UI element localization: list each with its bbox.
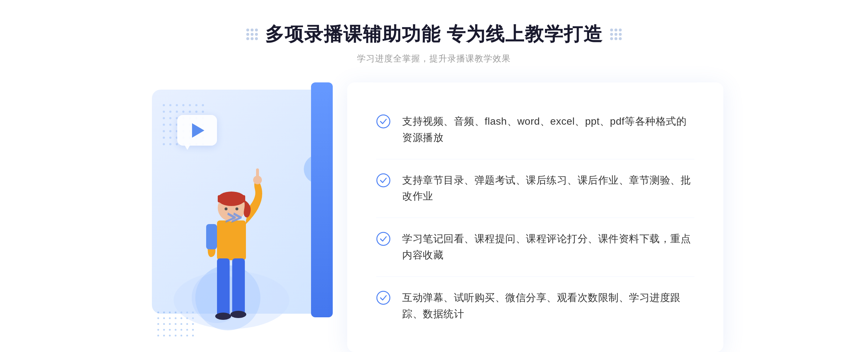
speech-bubble [177,115,217,146]
feature-item-3: 学习笔记回看、课程提问、课程评论打分、课件资料下载，重点内容收藏 [376,218,694,277]
person-illustration [170,148,293,352]
feature-text-3: 学习笔记回看、课程提问、课程评论打分、课件资料下载，重点内容收藏 [402,231,694,263]
feature-text-2: 支持章节目录、弹题考试、课后练习、课后作业、章节测验、批改作业 [402,172,694,205]
blue-bar-decoration [311,82,333,317]
feature-item-1: 支持视频、音频、flash、word、excel、ppt、pdf等各种格式的资源… [376,100,694,159]
feature-item-2: 支持章节目录、弹题考试、课后练习、课后作业、章节测验、批改作业 [376,159,694,218]
check-icon-4 [376,291,391,305]
check-icon-3 [376,232,391,246]
check-icon-2 [376,173,391,188]
feature-item-4: 互动弹幕、试听购买、微信分享、观看次数限制、学习进度跟踪、数据统计 [376,277,694,335]
svg-point-7 [230,311,246,318]
play-icon [192,123,204,138]
svg-point-6 [215,313,231,320]
main-content: ≫ 支持视频、音频、flash、word、excel、ppt、pdf等各种格式的… [145,82,723,352]
svg-point-16 [377,232,390,245]
svg-point-15 [377,174,390,187]
svg-rect-4 [217,258,230,316]
left-dots-decoration [246,29,258,40]
feature-text-4: 互动弹幕、试听购买、微信分享、观看次数限制、学习进度跟踪、数据统计 [402,290,694,322]
svg-rect-10 [218,195,245,202]
svg-rect-5 [232,258,245,314]
svg-rect-13 [206,224,217,249]
play-button-area [177,115,221,151]
check-icon-1 [376,114,391,129]
features-area: 支持视频、音频、flash、word、excel、ppt、pdf等各种格式的资源… [347,82,723,352]
svg-rect-1 [217,220,246,260]
header-section: 多项录播课辅助功能 专为线上教学打造 学习进度全掌握，提升录播课教学效果 [246,22,622,64]
feature-text-1: 支持视频、音频、flash、word、excel、ppt、pdf等各种格式的资源… [402,113,694,146]
svg-point-17 [377,291,390,304]
page-title: 多项录播课辅助功能 专为线上教学打造 [265,22,603,47]
illustration-area [145,82,354,352]
svg-point-14 [377,115,390,128]
page-subtitle: 学习进度全掌握，提升录播课教学效果 [246,53,622,64]
header-title-row: 多项录播课辅助功能 专为线上教学打造 [246,22,622,47]
svg-point-0 [174,271,289,329]
left-chevron-decoration: ≫ [224,208,241,227]
right-dots-decoration [610,29,622,40]
page-container: 多项录播课辅助功能 专为线上教学打造 学习进度全掌握，提升录播课教学效果 [0,0,868,352]
